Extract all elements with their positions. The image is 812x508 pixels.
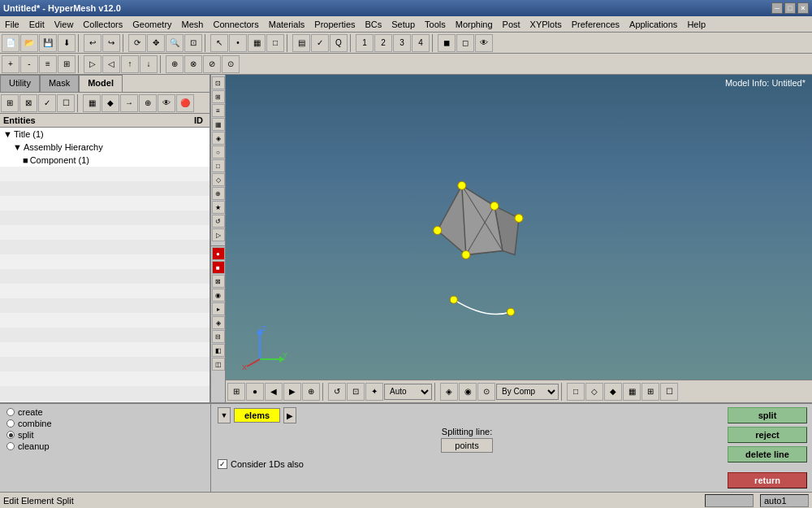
tree-item-component[interactable]: ■ Component (1) [0, 154, 209, 167]
quality-btn[interactable]: Q [330, 34, 348, 52]
fit-btn[interactable]: ⊡ [184, 34, 202, 52]
save-btn[interactable]: 💾 [39, 34, 57, 52]
vbt-btn6[interactable]: ↺ [328, 383, 346, 401]
points-button[interactable]: points [441, 438, 492, 453]
pt-btn9[interactable]: 👁 [158, 94, 175, 112]
menu-mesh[interactable]: Mesh [177, 18, 209, 31]
vbt-btn16[interactable]: ⊞ [641, 383, 659, 401]
tab-model[interactable]: Model [79, 75, 123, 92]
wireframe-btn[interactable]: ◻ [456, 34, 474, 52]
radio-create[interactable]: create [6, 407, 204, 417]
mesh-btn[interactable]: ▤ [292, 34, 310, 52]
close-button[interactable]: × [797, 2, 809, 14]
vi-red-btn2[interactable]: ■ [212, 261, 225, 274]
vbt-btn17[interactable]: ☐ [660, 383, 678, 401]
tb2-btn11[interactable]: ⊘ [203, 55, 221, 73]
open-btn[interactable]: 📂 [20, 34, 38, 52]
vi-btn8[interactable]: ◇ [212, 173, 225, 186]
vi-btn10[interactable]: ★ [212, 201, 225, 214]
vi-btn15[interactable]: ▸ [212, 302, 225, 315]
vi-btn11[interactable]: ↺ [212, 215, 225, 228]
auto-dropdown[interactable]: Auto Manual [384, 384, 432, 400]
new-btn[interactable]: 📄 [2, 34, 19, 52]
vi-btn17[interactable]: ⊟ [212, 330, 225, 343]
menu-connectors[interactable]: Connectors [208, 18, 263, 31]
tb2-btn12[interactable]: ⊙ [222, 55, 240, 73]
component-btn[interactable]: □ [266, 34, 284, 52]
tb2-btn7[interactable]: ↑ [121, 55, 139, 73]
tab-utility[interactable]: Utility [0, 75, 40, 92]
viewport[interactable]: Model Info: Untitled* [226, 75, 812, 402]
menu-collectors[interactable]: Collectors [78, 18, 127, 31]
menu-help[interactable]: Help [682, 18, 710, 31]
tree-item-title[interactable]: ▼ Title (1) [0, 128, 209, 141]
delete-line-action-button[interactable]: delete line [728, 446, 807, 462]
pt-btn6[interactable]: ◆ [102, 94, 119, 112]
pt-btn5[interactable]: ▦ [83, 94, 101, 112]
menu-view[interactable]: View [50, 18, 79, 31]
bycomp-dropdown[interactable]: By Comp By Part By Material [496, 384, 559, 400]
consider-checkbox[interactable]: ✓ [218, 459, 227, 469]
vbt-btn7[interactable]: ⊡ [347, 383, 365, 401]
check-btn[interactable]: ✓ [311, 34, 329, 52]
pt-btn8[interactable]: ⊕ [139, 94, 157, 112]
menu-file[interactable]: File [0, 18, 24, 31]
tb2-btn1[interactable]: + [2, 55, 19, 73]
view4-btn[interactable]: 4 [412, 34, 430, 52]
vi-btn19[interactable]: ◫ [212, 358, 225, 371]
undo-btn[interactable]: ↩ [84, 34, 102, 52]
vi-btn14[interactable]: ◉ [212, 289, 225, 302]
pt-btn7[interactable]: → [120, 94, 138, 112]
reject-action-button[interactable]: reject [728, 427, 807, 443]
window-controls[interactable]: ─ □ × [771, 2, 809, 14]
element-btn[interactable]: ▦ [248, 34, 266, 52]
vbt-btn4[interactable]: ▶ [283, 383, 301, 401]
radio-combine[interactable]: combine [6, 419, 204, 428]
pt-btn2[interactable]: ⊠ [19, 94, 37, 112]
zoom-btn[interactable]: 🔍 [166, 34, 184, 52]
vi-btn7[interactable]: □ [212, 159, 225, 172]
vbt-btn10[interactable]: ◉ [459, 383, 477, 401]
vbt-btn9[interactable]: ◈ [440, 383, 458, 401]
menu-materials[interactable]: Materials [264, 18, 310, 31]
tb2-btn8[interactable]: ↓ [140, 55, 158, 73]
radio-cleanup[interactable]: cleanup [6, 441, 204, 451]
vbt-btn8[interactable]: ✦ [365, 383, 383, 401]
pt-btn1[interactable]: ⊞ [1, 94, 19, 112]
pt-btn4[interactable]: ☐ [57, 94, 75, 112]
menu-preferences[interactable]: Preferences [567, 18, 624, 31]
elems-dropdown[interactable]: ▼ [218, 407, 231, 423]
menu-post[interactable]: Post [498, 18, 525, 31]
menu-bcs[interactable]: BCs [361, 18, 387, 31]
vbt-btn1[interactable]: ⊞ [227, 383, 245, 401]
vbt-btn3[interactable]: ◀ [265, 383, 283, 401]
minimize-button[interactable]: ─ [771, 2, 783, 14]
split-action-button[interactable]: split [728, 407, 807, 423]
tb2-btn3[interactable]: ≡ [39, 55, 57, 73]
vi-btn3[interactable]: ≡ [212, 104, 225, 117]
vi-btn13[interactable]: ⊠ [212, 275, 225, 288]
mesh-viewport[interactable] [226, 75, 812, 402]
vbt-btn13[interactable]: ◇ [585, 383, 603, 401]
import-btn[interactable]: ⬇ [58, 34, 76, 52]
menu-geometry[interactable]: Geometry [127, 18, 176, 31]
tb2-btn10[interactable]: ⊗ [184, 55, 202, 73]
vi-btn1[interactable]: ⊡ [212, 76, 225, 89]
vbt-btn15[interactable]: ▦ [623, 383, 641, 401]
tb2-btn9[interactable]: ⊕ [166, 55, 184, 73]
vbt-btn14[interactable]: ◆ [604, 383, 622, 401]
redo-btn[interactable]: ↪ [102, 34, 120, 52]
menu-applications[interactable]: Applications [624, 18, 682, 31]
tb2-btn6[interactable]: ◁ [102, 55, 120, 73]
vi-btn18[interactable]: ◧ [212, 344, 225, 357]
vi-btn12[interactable]: ▷ [212, 228, 225, 241]
menu-edit[interactable]: Edit [24, 18, 50, 31]
vi-btn2[interactable]: ⊞ [212, 90, 225, 103]
maximize-button[interactable]: □ [784, 2, 796, 14]
menu-morphing[interactable]: Morphing [451, 18, 498, 31]
menu-setup[interactable]: Setup [387, 18, 420, 31]
menu-properties[interactable]: Properties [309, 18, 360, 31]
vbt-btn11[interactable]: ⊙ [477, 383, 495, 401]
vi-btn4[interactable]: ▦ [212, 118, 225, 131]
menu-tools[interactable]: Tools [420, 18, 451, 31]
